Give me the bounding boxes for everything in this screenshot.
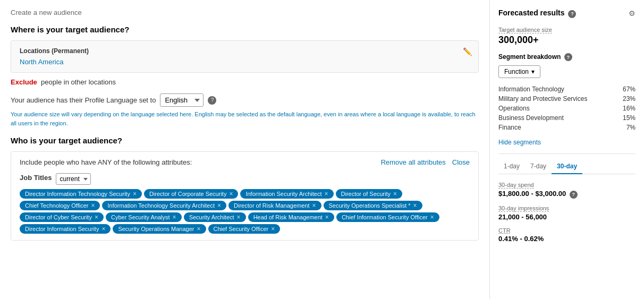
day-tab-30day[interactable]: 30-day <box>552 159 582 174</box>
impressions-label: 30-day impressions <box>498 205 549 212</box>
segment-item: Military and Protective Services23% <box>498 94 635 104</box>
tag-remove-icon[interactable]: × <box>217 202 221 209</box>
tag-label: Director Information Security <box>25 226 99 232</box>
tag: Director Information Technology Security… <box>20 189 142 199</box>
remove-all-attributes-link[interactable]: Remove all attributes <box>381 158 446 166</box>
tag-remove-icon[interactable]: × <box>173 214 176 220</box>
tag: Director of Cyber Security× <box>20 212 104 222</box>
tag-remove-icon[interactable]: × <box>325 214 329 220</box>
spend-label: 30-day spend <box>498 182 534 189</box>
attributes-actions: Remove all attributes Close <box>381 158 470 166</box>
current-select[interactable]: current past any <box>56 173 91 185</box>
tag-label: Information Technology Security Architec… <box>107 202 215 209</box>
segment-name: Operations <box>498 105 530 112</box>
segment-dropdown-chevron: ▾ <box>531 68 535 75</box>
tag: Director of Security× <box>336 189 403 199</box>
ctr-section: CTR 0.41% - 0.62% <box>498 226 635 243</box>
who-section-title: Who is your target audience? <box>11 136 479 145</box>
tag: Security Architect× <box>184 212 246 222</box>
tag: Information Security Architect× <box>240 189 333 199</box>
day-tabs: 1-day7-day30-day <box>498 159 635 174</box>
spend-help-icon[interactable]: ? <box>570 191 578 199</box>
tag: Chief Security Officer× <box>208 224 281 234</box>
segment-name: Finance <box>498 124 521 131</box>
job-titles-row: Job Titles current past any <box>20 172 470 185</box>
tag-remove-icon[interactable]: × <box>229 191 233 197</box>
attributes-label: Include people who have ANY of the follo… <box>20 158 192 166</box>
tag-label: Director of Corporate Security <box>149 191 227 197</box>
tag-remove-icon[interactable]: × <box>430 214 434 220</box>
tag-remove-icon[interactable]: × <box>393 191 397 197</box>
impressions-section: 30-day impressions 21,000 - 56,000 <box>498 204 635 221</box>
tag-label: Security Architect <box>189 214 234 220</box>
language-row: Your audience has their Profile Language… <box>11 93 479 107</box>
tag-label: Cyber Security Analyst <box>111 214 170 220</box>
segment-breakdown-label: Segment breakdown ? <box>498 53 635 62</box>
segment-dropdown[interactable]: Function ▾ <box>498 65 540 78</box>
day-tab-7day[interactable]: 7-day <box>525 159 552 174</box>
tag-remove-icon[interactable]: × <box>413 202 417 209</box>
tag-remove-icon[interactable]: × <box>324 191 328 197</box>
segment-name: Military and Protective Services <box>498 95 587 102</box>
impressions-value: 21,000 - 56,000 <box>498 213 635 221</box>
attributes-header: Include people who have ANY of the follo… <box>20 158 470 166</box>
tag: Cyber Security Analyst× <box>106 212 182 222</box>
tag-label: Information Security Architect <box>245 191 321 197</box>
tag: Security Operations Specialist *× <box>324 201 422 210</box>
tag-remove-icon[interactable]: × <box>95 214 98 220</box>
tag-label: Director of Risk Management <box>234 202 309 209</box>
exclude-suffix: people in other locations <box>41 78 116 86</box>
side-panel: Forecasted results ? ⚙ Target audience s… <box>490 0 644 299</box>
language-help-icon[interactable]: ? <box>208 96 216 105</box>
close-attributes-link[interactable]: Close <box>452 158 470 166</box>
location-box-label: Locations (Permanent) <box>20 47 470 55</box>
tag-label: Chief Security Officer <box>214 226 269 232</box>
exclude-link[interactable]: Exclude <box>11 78 37 86</box>
tag-remove-icon[interactable]: × <box>101 226 105 232</box>
segment-pct: 16% <box>623 105 635 112</box>
edit-location-icon[interactable]: ✏️ <box>463 47 472 56</box>
segment-pct: 23% <box>623 95 635 102</box>
tag-remove-icon[interactable]: × <box>237 214 241 220</box>
segment-list: Information Technology67%Military and Pr… <box>498 84 635 132</box>
audience-size-label: Target audience size <box>498 27 552 33</box>
job-titles-label: Job Titles <box>20 174 52 182</box>
language-select[interactable]: English Spanish French German Chinese <box>160 93 204 107</box>
tag: Director Information Security× <box>20 224 111 234</box>
tag-remove-icon[interactable]: × <box>271 226 275 232</box>
settings-gear-icon[interactable]: ⚙ <box>629 9 635 18</box>
tag: Head of Risk Management× <box>248 212 334 222</box>
tag-label: Head of Risk Management <box>253 214 323 220</box>
divider <box>498 153 635 154</box>
segment-item: Business Development15% <box>498 113 635 123</box>
tag-remove-icon[interactable]: × <box>133 191 137 197</box>
tag-label: Director Information Technology Security <box>25 191 130 197</box>
tag-remove-icon[interactable]: × <box>91 202 95 209</box>
tag-label: Director of Security <box>341 191 391 197</box>
audience-size-value: 300,000+ <box>498 35 635 46</box>
ctr-label: CTR <box>498 227 511 234</box>
spend-section: 30-day spend $1,800.00 - $3,000.00 ? <box>498 181 635 199</box>
tag: Director of Corporate Security× <box>144 189 239 199</box>
hide-segments-link[interactable]: Hide segments <box>498 139 635 146</box>
segment-pct: 67% <box>623 86 635 93</box>
tag-label: Chief Information Security Officer <box>342 214 428 220</box>
page-title: Create a new audience <box>11 8 479 16</box>
tag-remove-icon[interactable]: × <box>197 226 200 232</box>
language-label: Your audience has their Profile Language… <box>11 96 156 104</box>
forecasted-help-icon[interactable]: ? <box>568 10 576 18</box>
tag: Security Operations Manager× <box>113 224 206 234</box>
segment-name: Business Development <box>498 114 564 122</box>
segment-pct: 15% <box>623 114 635 122</box>
day-tab-1day[interactable]: 1-day <box>498 159 525 174</box>
location-value: North America <box>20 58 470 66</box>
segment-item: Operations16% <box>498 104 635 113</box>
tag: Chief Technology Officer× <box>20 201 100 210</box>
tag-remove-icon[interactable]: × <box>312 202 316 209</box>
exclude-row: Exclude people in other locations <box>11 78 479 86</box>
tag: Information Technology Security Architec… <box>102 201 226 210</box>
tag-label: Director of Cyber Security <box>25 214 92 220</box>
tag: Director of Risk Management× <box>228 201 321 210</box>
language-note: Your audience size will vary depending o… <box>11 110 479 127</box>
segment-help-icon[interactable]: ? <box>564 53 572 61</box>
